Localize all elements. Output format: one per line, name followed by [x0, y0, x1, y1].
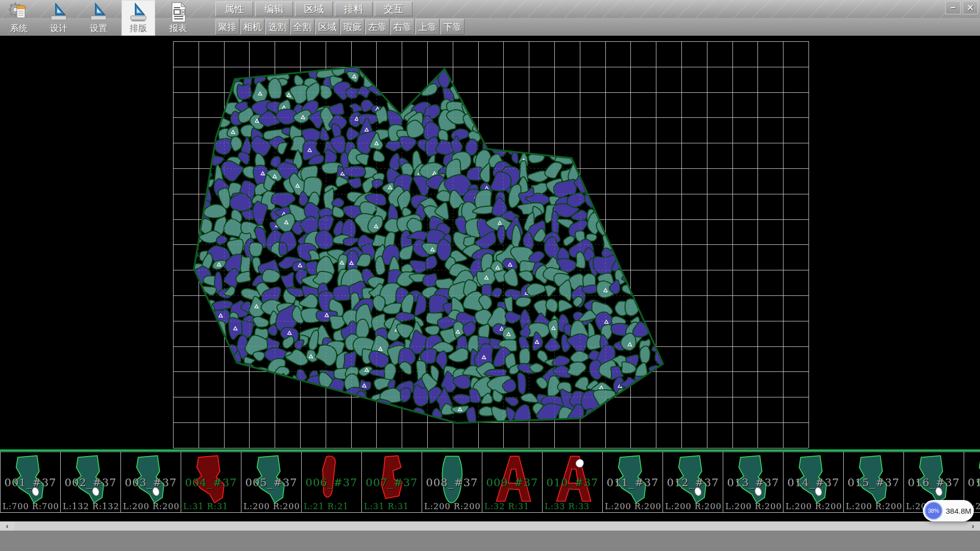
menu-button-1[interactable]: 属性: [215, 2, 253, 16]
piece-id-label: 015_#37: [844, 477, 903, 489]
thumbnail-011[interactable]: 011_#37L:200 R:200: [602, 452, 663, 513]
menu-row: 属性编辑区域排料交互: [215, 2, 414, 16]
progress-size-label: 384.8M: [946, 507, 971, 515]
thumbnail-004[interactable]: 004_#37L:31 R:31: [181, 452, 241, 513]
thumbnail-001[interactable]: 001_#37L:700 R:700: [0, 452, 60, 513]
progress-badge[interactable]: 38% 384.8M: [923, 500, 974, 521]
panel-separator: [0, 449, 980, 451]
tab-label: 报表: [169, 23, 187, 34]
report-icon: [168, 2, 188, 23]
menu-button-5[interactable]: 交互: [375, 2, 412, 16]
thumbnail-002[interactable]: 002_#37L:132 R:132: [60, 452, 120, 513]
piece-lr-label: L:700 R:700: [3, 502, 59, 511]
tool-button-9[interactable]: 上靠: [415, 19, 439, 35]
thumbnail-005[interactable]: 005_#37L:200 R:200: [241, 452, 301, 513]
piece-id-label: 016_#37: [904, 477, 964, 489]
piece-lr-label: L:21 R:21: [304, 502, 349, 511]
tab-bar: 系统设计设置排版报表: [2, 0, 201, 36]
piece-id-label: 010_#37: [543, 477, 602, 489]
piece-lr-label: L:33 R:33: [545, 502, 590, 511]
tool-button-5[interactable]: 区域: [315, 19, 339, 35]
tab-design[interactable]: 设计: [42, 0, 76, 36]
tool-button-8[interactable]: 右靠: [390, 19, 414, 35]
tool-button-10[interactable]: 下靠: [440, 19, 464, 35]
piece-id-label: 012_#37: [663, 477, 723, 489]
piece-id-label: 005_#37: [241, 477, 301, 489]
piece-id-label: 002_#37: [61, 477, 120, 489]
piece-id-label: 009_#37: [482, 477, 542, 489]
piece-lr-label: L:200 R:200: [605, 502, 662, 511]
piece-lr-label: L:200 R:200: [846, 502, 902, 511]
tool-button-6[interactable]: 瑕疵: [340, 19, 364, 35]
thumbnail-014[interactable]: 014_#37L:200 R:200: [783, 452, 843, 513]
piece-lr-label: L:31 R:31: [183, 502, 228, 511]
piece-id-label: 001_#37: [1, 477, 60, 489]
thumbnail-007[interactable]: 007_#37L:31 R:31: [361, 452, 422, 513]
piece-id-label: 017_#37: [964, 477, 980, 489]
tab-layout[interactable]: 排版: [121, 0, 155, 36]
minimize-button[interactable]: –: [945, 1, 961, 14]
close-button[interactable]: ✕: [963, 1, 978, 14]
piece-lr-label: L:200 R:200: [424, 502, 481, 511]
tool-button-7[interactable]: 左靠: [365, 19, 389, 35]
thumbnail-015[interactable]: 015_#37L:200 R:200: [843, 452, 903, 513]
thumbnail-009[interactable]: 009_#37L:32 R:31: [482, 452, 542, 513]
thumbnail-003[interactable]: 003_#37L:200 R:200: [120, 452, 181, 513]
tool-button-3[interactable]: 选割: [265, 19, 289, 35]
piece-id-label: 007_#37: [362, 477, 422, 489]
piece-lr-label: L:200 R:200: [786, 502, 842, 511]
tool-button-4[interactable]: 全割: [290, 19, 314, 35]
nesting-workspace: [0, 36, 980, 450]
piece-id-label: 011_#37: [603, 477, 663, 489]
piece-id-label: 004_#37: [181, 477, 241, 489]
progress-percent-circle: 38%: [924, 502, 943, 520]
piece-lr-label: L:200 R:200: [725, 502, 782, 511]
piece-lr-label: L:31 R:31: [364, 502, 409, 511]
thumbnail-013[interactable]: 013_#37L:200 R:200: [723, 452, 783, 513]
status-strip: [0, 531, 980, 551]
window-controls: – ✕: [945, 1, 978, 14]
tab-system[interactable]: 系统: [2, 0, 36, 36]
tool-button-2[interactable]: 相机: [240, 19, 264, 35]
piece-lr-label: L:32 R:31: [484, 502, 529, 511]
piece-lr-label: L:132 R:132: [63, 502, 119, 511]
piece-id-label: 003_#37: [121, 477, 181, 489]
tab-label: 设计: [50, 23, 67, 34]
piece-id-label: 008_#37: [422, 477, 482, 489]
piece-lr-label: L:200 R:200: [243, 502, 300, 511]
header-toolbar: 系统设计设置排版报表 属性编辑区域排料交互 聚排相机选割全割区域瑕疵左靠右靠上靠…: [0, 0, 980, 36]
tool-button-1[interactable]: 聚排: [215, 19, 239, 35]
scroll-right-button[interactable]: ›: [966, 521, 980, 531]
system-icon: [9, 2, 29, 23]
thumbnail-010[interactable]: 010_#37L:33 R:33: [542, 452, 602, 513]
tab-label: 系统: [10, 23, 28, 34]
thumbnail-012[interactable]: 012_#37L:200 R:200: [663, 452, 723, 513]
piece-id-label: 006_#37: [302, 477, 361, 489]
horizontal-scrollbar[interactable]: ‹ ›: [0, 521, 980, 531]
thumbnail-008[interactable]: 008_#37L:200 R:200: [422, 452, 482, 513]
piece-lr-label: L:200 R:200: [665, 502, 722, 511]
menu-button-4[interactable]: 排料: [335, 2, 373, 16]
tab-label: 设置: [90, 23, 107, 34]
piece-id-label: 013_#37: [723, 477, 783, 489]
piece-id-label: 014_#37: [783, 477, 843, 489]
menu-button-2[interactable]: 编辑: [255, 2, 293, 16]
piece-thumbnail-strip: 001_#37L:700 R:700002_#37L:132 R:132003_…: [0, 452, 980, 513]
setsquare-icon: [88, 2, 109, 23]
tab-settings[interactable]: 设置: [82, 0, 115, 36]
nesting-canvas[interactable]: [0, 36, 980, 450]
setsquare-icon: [128, 2, 149, 23]
scroll-left-button[interactable]: ‹: [0, 521, 14, 531]
menu-button-3[interactable]: 区域: [295, 2, 333, 16]
piece-lr-label: L:200 R:200: [123, 502, 180, 511]
tab-label: 排版: [130, 23, 147, 34]
tab-report[interactable]: 报表: [161, 0, 195, 36]
tool-row: 聚排相机选割全割区域瑕疵左靠右靠上靠下靠: [215, 19, 465, 35]
thumbnail-006[interactable]: 006_#37L:21 R:21: [301, 452, 361, 513]
setsquare-icon: [48, 2, 69, 23]
